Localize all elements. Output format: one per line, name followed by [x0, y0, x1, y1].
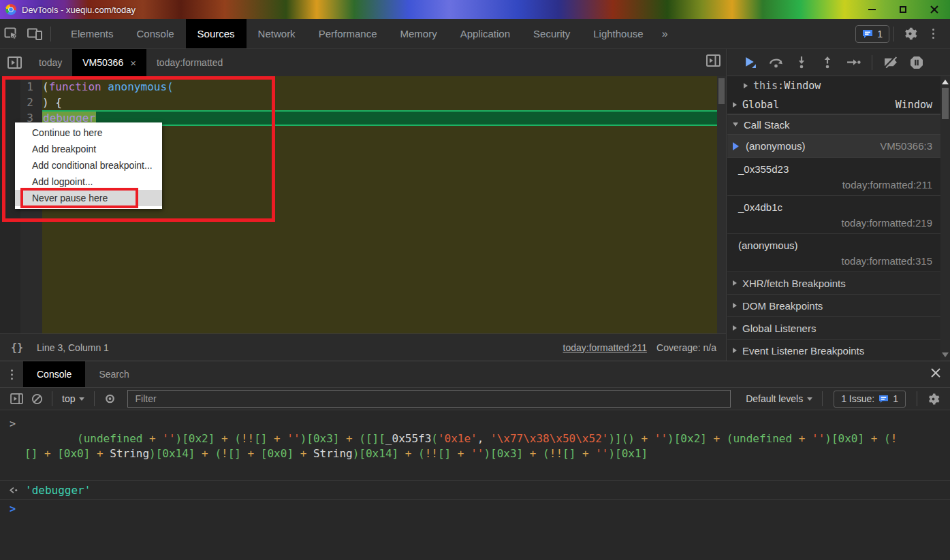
panel-tab[interactable]: Elements: [59, 19, 125, 48]
sidebar-section-header[interactable]: Event Listener Breakpoints: [727, 340, 940, 361]
panel-tab[interactable]: Network: [247, 19, 307, 48]
scope-global-row[interactable]: Global Window: [727, 95, 940, 114]
toolbar-divider: [893, 27, 894, 42]
console-token: '': [471, 447, 484, 460]
disclosure-triangle-icon[interactable]: [733, 280, 737, 286]
pause-on-exceptions-button[interactable]: [905, 52, 928, 73]
main-menu-button[interactable]: [921, 22, 945, 46]
debugger-sidebar-toggle-button[interactable]: [706, 54, 721, 69]
panel-tab[interactable]: Console: [125, 19, 186, 48]
resume-icon: [744, 56, 757, 69]
disclosure-triangle-icon[interactable]: [733, 102, 737, 108]
pretty-print-icon[interactable]: {}: [11, 342, 23, 354]
panel-tab[interactable]: Lighthouse: [582, 19, 654, 48]
call-stack-frame[interactable]: (anonymous) today:formatted:315: [727, 234, 940, 272]
console-sidebar-toggle-button[interactable]: [7, 387, 26, 410]
minimize-button[interactable]: [856, 0, 887, 19]
panel-tab[interactable]: Sources: [186, 19, 247, 48]
sidebar-section-label: DOM Breakpoints: [742, 300, 823, 312]
console-filter-input[interactable]: [127, 390, 731, 408]
panel-tab[interactable]: Performance: [307, 19, 389, 48]
editor-scrollbar[interactable]: [717, 76, 726, 333]
clear-console-button[interactable]: [27, 387, 46, 410]
code-line: 1 (function anonymous(: [0, 79, 726, 95]
console-output[interactable]: >(undefined + '')[0x2] + (!![] + '')[0x3…: [0, 412, 950, 560]
console-token: '': [812, 432, 825, 445]
log-levels-dropdown[interactable]: Default levels: [742, 393, 817, 404]
scope-this-label: this:: [753, 80, 784, 92]
context-selector[interactable]: top: [58, 393, 89, 404]
issues-badge[interactable]: 1: [855, 25, 889, 43]
context-menu-item[interactable]: Continue to here: [15, 125, 162, 141]
console-token: +: [215, 432, 234, 445]
panel-tab[interactable]: Memory: [389, 19, 449, 48]
step-button[interactable]: [842, 52, 865, 73]
console-token: +: [864, 432, 884, 445]
context-menu-item[interactable]: Never pause here: [15, 190, 162, 206]
call-stack-frame[interactable]: (anonymous) VM50366:3: [727, 135, 940, 158]
console-drawer: ConsoleSearch top Default leve: [0, 361, 950, 560]
file-tab[interactable]: today:formatted: [146, 49, 233, 76]
code-editor[interactable]: 1 (function anonymous( 2 ) { 3 debugger …: [0, 76, 726, 333]
console-settings-button[interactable]: [923, 387, 943, 410]
clear-console-icon: [31, 393, 43, 405]
file-tab-close-icon[interactable]: ×: [130, 57, 136, 69]
context-menu-item[interactable]: Add logpoint...: [15, 174, 162, 190]
editor-status-bar: {} Line 3, Column 1 today:formatted:211 …: [0, 333, 726, 361]
issues-counter-button[interactable]: 1 Issue: 1: [834, 391, 906, 408]
more-panels-button[interactable]: »: [655, 28, 675, 40]
console-prompt-row[interactable]: >: [0, 500, 950, 518]
context-menu-item[interactable]: Add breakpoint: [15, 141, 162, 157]
scroll-down-arrow-icon[interactable]: [942, 352, 949, 357]
editor-scroll-thumb[interactable]: [718, 78, 725, 104]
navigator-toggle-button[interactable]: [3, 51, 26, 74]
step-out-button[interactable]: [816, 52, 839, 73]
inspect-icon: [4, 27, 19, 41]
sidebar-section-header[interactable]: DOM Breakpoints: [727, 295, 940, 317]
code-line: 2 ) {: [0, 95, 726, 110]
inspect-element-button[interactable]: [0, 22, 23, 46]
console-token: '\x77\x38\x50\x52': [490, 432, 608, 445]
disclosure-triangle-icon[interactable]: [733, 325, 737, 331]
disclosure-triangle-icon[interactable]: [744, 83, 748, 88]
sidebar-scroll-thumb[interactable]: [942, 88, 949, 119]
settings-gear-icon: [903, 27, 917, 41]
drawer-menu-button[interactable]: [0, 361, 23, 387]
panel-tabs: ElementsConsoleSourcesNetworkPerformance…: [59, 19, 655, 48]
panel-tab[interactable]: Application: [449, 19, 522, 48]
call-stack-frame[interactable]: _0x4db1c today:formatted:219: [727, 196, 940, 234]
deactivate-breakpoints-button[interactable]: [879, 52, 902, 73]
maximize-button[interactable]: [887, 0, 919, 19]
sidebar-section-header[interactable]: Global Listeners: [727, 317, 940, 340]
disclosure-triangle-icon[interactable]: [733, 122, 738, 127]
drawer-tab[interactable]: Console: [23, 361, 85, 387]
step-over-button[interactable]: [764, 52, 787, 73]
sidebar-scrollbar[interactable]: [940, 76, 950, 361]
code-token: ) {: [42, 96, 62, 109]
console-token: +: [575, 447, 595, 460]
drawer-tab[interactable]: Search: [85, 361, 142, 387]
resume-button[interactable]: [738, 52, 761, 73]
settings-button[interactable]: [898, 22, 921, 46]
panel-tab[interactable]: Security: [522, 19, 582, 48]
line-number[interactable]: 2: [0, 95, 42, 110]
device-toolbar-button[interactable]: [23, 22, 46, 46]
close-icon: [930, 5, 938, 14]
disclosure-triangle-icon[interactable]: [733, 303, 737, 308]
sidebar-section-header[interactable]: XHR/fetch Breakpoints: [727, 272, 940, 295]
source-location-link[interactable]: today:formatted:211: [563, 342, 647, 353]
scroll-up-arrow-icon[interactable]: [942, 80, 949, 84]
scope-this-row[interactable]: this: Window: [727, 76, 940, 95]
disclosure-triangle-icon[interactable]: [733, 348, 737, 353]
call-stack-header[interactable]: Call Stack: [727, 114, 940, 135]
file-tab[interactable]: VM50366 ×: [72, 49, 146, 76]
issues-count: 1: [893, 393, 898, 404]
close-drawer-button[interactable]: [930, 367, 942, 382]
context-menu-item[interactable]: Add conditional breakpoint...: [15, 157, 162, 174]
live-expression-button[interactable]: [100, 387, 119, 410]
file-tab[interactable]: today: [29, 49, 72, 76]
close-button[interactable]: [919, 0, 950, 19]
call-stack-frame[interactable]: _0x355d23 today:formatted:211: [727, 158, 940, 196]
line-number[interactable]: 1: [0, 79, 42, 95]
step-into-button[interactable]: [790, 52, 813, 73]
